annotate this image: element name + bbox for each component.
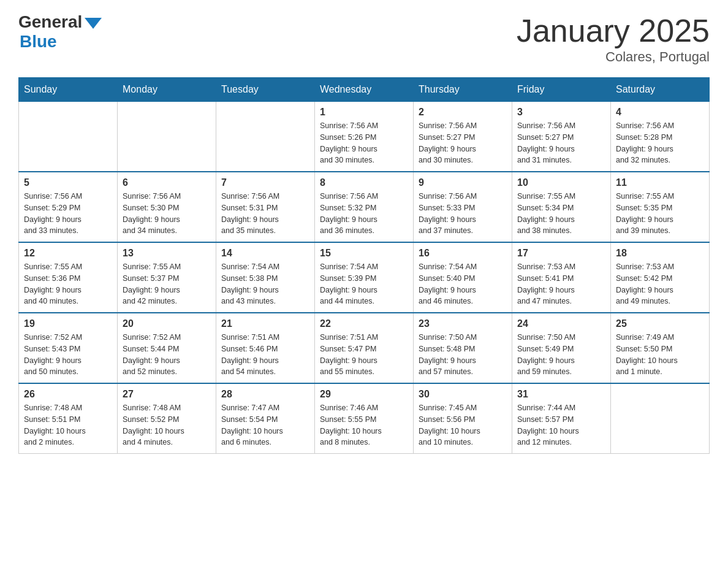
calendar-cell: 25Sunrise: 7:49 AMSunset: 5:50 PMDayligh…	[611, 313, 710, 383]
day-number: 12	[24, 248, 112, 259]
calendar-cell: 19Sunrise: 7:52 AMSunset: 5:43 PMDayligh…	[19, 313, 118, 383]
calendar-cell: 27Sunrise: 7:48 AMSunset: 5:52 PMDayligh…	[118, 383, 216, 454]
calendar-subtitle: Colares, Portugal	[517, 49, 710, 65]
calendar-cell: 18Sunrise: 7:53 AMSunset: 5:42 PMDayligh…	[611, 242, 710, 313]
day-number: 24	[517, 318, 605, 329]
day-info: Sunrise: 7:56 AMSunset: 5:31 PMDaylight:…	[221, 191, 309, 237]
day-info: Sunrise: 7:49 AMSunset: 5:50 PMDaylight:…	[616, 332, 704, 378]
day-number: 27	[123, 389, 211, 400]
calendar-cell: 30Sunrise: 7:45 AMSunset: 5:56 PMDayligh…	[414, 383, 512, 454]
logo: General Blue	[18, 12, 102, 52]
day-number: 10	[517, 177, 605, 188]
day-number: 25	[616, 318, 704, 329]
day-number: 2	[419, 107, 507, 118]
calendar-cell: 5Sunrise: 7:56 AMSunset: 5:29 PMDaylight…	[19, 172, 118, 242]
calendar-week-row: 26Sunrise: 7:48 AMSunset: 5:51 PMDayligh…	[19, 383, 710, 454]
calendar-cell	[118, 102, 216, 172]
calendar-cell: 14Sunrise: 7:54 AMSunset: 5:38 PMDayligh…	[216, 242, 315, 313]
calendar-cell: 8Sunrise: 7:56 AMSunset: 5:32 PMDaylight…	[315, 172, 414, 242]
column-header-thursday: Thursday	[414, 78, 512, 102]
day-info: Sunrise: 7:55 AMSunset: 5:36 PMDaylight:…	[24, 261, 112, 307]
column-header-saturday: Saturday	[611, 78, 710, 102]
calendar-cell: 6Sunrise: 7:56 AMSunset: 5:30 PMDaylight…	[118, 172, 216, 242]
day-info: Sunrise: 7:48 AMSunset: 5:51 PMDaylight:…	[24, 402, 112, 448]
day-number: 3	[517, 107, 605, 118]
calendar-cell: 1Sunrise: 7:56 AMSunset: 5:26 PMDaylight…	[315, 102, 414, 172]
day-info: Sunrise: 7:55 AMSunset: 5:34 PMDaylight:…	[517, 191, 605, 237]
logo-arrow-icon	[85, 18, 102, 29]
day-info: Sunrise: 7:55 AMSunset: 5:37 PMDaylight:…	[123, 261, 211, 307]
day-info: Sunrise: 7:50 AMSunset: 5:48 PMDaylight:…	[419, 332, 507, 378]
day-number: 17	[517, 248, 605, 259]
calendar-cell: 29Sunrise: 7:46 AMSunset: 5:55 PMDayligh…	[315, 383, 414, 454]
column-header-monday: Monday	[118, 78, 216, 102]
calendar-cell: 2Sunrise: 7:56 AMSunset: 5:27 PMDaylight…	[414, 102, 512, 172]
day-info: Sunrise: 7:48 AMSunset: 5:52 PMDaylight:…	[123, 402, 211, 448]
calendar-cell: 12Sunrise: 7:55 AMSunset: 5:36 PMDayligh…	[19, 242, 118, 313]
calendar-table: SundayMondayTuesdayWednesdayThursdayFrid…	[18, 77, 710, 454]
day-number: 23	[419, 318, 507, 329]
day-number: 7	[221, 177, 309, 188]
day-number: 30	[419, 389, 507, 400]
calendar-cell: 28Sunrise: 7:47 AMSunset: 5:54 PMDayligh…	[216, 383, 315, 454]
day-info: Sunrise: 7:47 AMSunset: 5:54 PMDaylight:…	[221, 402, 309, 448]
calendar-week-row: 5Sunrise: 7:56 AMSunset: 5:29 PMDaylight…	[19, 172, 710, 242]
day-number: 1	[320, 107, 408, 118]
day-number: 9	[419, 177, 507, 188]
day-number: 29	[320, 389, 408, 400]
calendar-week-row: 1Sunrise: 7:56 AMSunset: 5:26 PMDaylight…	[19, 102, 710, 172]
day-number: 13	[123, 248, 211, 259]
calendar-cell: 15Sunrise: 7:54 AMSunset: 5:39 PMDayligh…	[315, 242, 414, 313]
day-info: Sunrise: 7:56 AMSunset: 5:28 PMDaylight:…	[616, 120, 704, 166]
day-info: Sunrise: 7:56 AMSunset: 5:29 PMDaylight:…	[24, 191, 112, 237]
day-number: 19	[24, 318, 112, 329]
day-number: 28	[221, 389, 309, 400]
day-number: 26	[24, 389, 112, 400]
day-info: Sunrise: 7:51 AMSunset: 5:47 PMDaylight:…	[320, 332, 408, 378]
calendar-week-row: 19Sunrise: 7:52 AMSunset: 5:43 PMDayligh…	[19, 313, 710, 383]
calendar-cell: 24Sunrise: 7:50 AMSunset: 5:49 PMDayligh…	[512, 313, 611, 383]
calendar-cell: 23Sunrise: 7:50 AMSunset: 5:48 PMDayligh…	[414, 313, 512, 383]
day-number: 15	[320, 248, 408, 259]
logo-general-text: General	[18, 12, 82, 32]
column-header-tuesday: Tuesday	[216, 78, 315, 102]
day-number: 16	[419, 248, 507, 259]
day-info: Sunrise: 7:56 AMSunset: 5:33 PMDaylight:…	[419, 191, 507, 237]
calendar-cell: 16Sunrise: 7:54 AMSunset: 5:40 PMDayligh…	[414, 242, 512, 313]
calendar-cell: 22Sunrise: 7:51 AMSunset: 5:47 PMDayligh…	[315, 313, 414, 383]
day-info: Sunrise: 7:56 AMSunset: 5:26 PMDaylight:…	[320, 120, 408, 166]
day-info: Sunrise: 7:44 AMSunset: 5:57 PMDaylight:…	[517, 402, 605, 448]
day-number: 6	[123, 177, 211, 188]
column-header-friday: Friday	[512, 78, 611, 102]
day-number: 22	[320, 318, 408, 329]
calendar-cell: 7Sunrise: 7:56 AMSunset: 5:31 PMDaylight…	[216, 172, 315, 242]
day-number: 21	[221, 318, 309, 329]
calendar-cell: 3Sunrise: 7:56 AMSunset: 5:27 PMDaylight…	[512, 102, 611, 172]
day-number: 4	[616, 107, 704, 118]
calendar-cell	[611, 383, 710, 454]
day-number: 5	[24, 177, 112, 188]
calendar-cell: 31Sunrise: 7:44 AMSunset: 5:57 PMDayligh…	[512, 383, 611, 454]
calendar-cell: 11Sunrise: 7:55 AMSunset: 5:35 PMDayligh…	[611, 172, 710, 242]
day-number: 14	[221, 248, 309, 259]
day-info: Sunrise: 7:52 AMSunset: 5:44 PMDaylight:…	[123, 332, 211, 378]
calendar-cell: 10Sunrise: 7:55 AMSunset: 5:34 PMDayligh…	[512, 172, 611, 242]
day-info: Sunrise: 7:54 AMSunset: 5:39 PMDaylight:…	[320, 261, 408, 307]
day-info: Sunrise: 7:54 AMSunset: 5:40 PMDaylight:…	[419, 261, 507, 307]
title-section: January 2025 Colares, Portugal	[517, 12, 710, 65]
calendar-cell: 21Sunrise: 7:51 AMSunset: 5:46 PMDayligh…	[216, 313, 315, 383]
day-info: Sunrise: 7:52 AMSunset: 5:43 PMDaylight:…	[24, 332, 112, 378]
calendar-week-row: 12Sunrise: 7:55 AMSunset: 5:36 PMDayligh…	[19, 242, 710, 313]
calendar-cell: 20Sunrise: 7:52 AMSunset: 5:44 PMDayligh…	[118, 313, 216, 383]
day-number: 20	[123, 318, 211, 329]
day-info: Sunrise: 7:53 AMSunset: 5:41 PMDaylight:…	[517, 261, 605, 307]
logo-blue-text: Blue	[20, 32, 57, 52]
calendar-title: January 2025	[517, 12, 710, 49]
day-info: Sunrise: 7:53 AMSunset: 5:42 PMDaylight:…	[616, 261, 704, 307]
calendar-cell: 17Sunrise: 7:53 AMSunset: 5:41 PMDayligh…	[512, 242, 611, 313]
day-info: Sunrise: 7:51 AMSunset: 5:46 PMDaylight:…	[221, 332, 309, 378]
day-info: Sunrise: 7:50 AMSunset: 5:49 PMDaylight:…	[517, 332, 605, 378]
page-header: General Blue January 2025 Colares, Portu…	[18, 12, 710, 65]
day-info: Sunrise: 7:54 AMSunset: 5:38 PMDaylight:…	[221, 261, 309, 307]
day-info: Sunrise: 7:56 AMSunset: 5:27 PMDaylight:…	[419, 120, 507, 166]
